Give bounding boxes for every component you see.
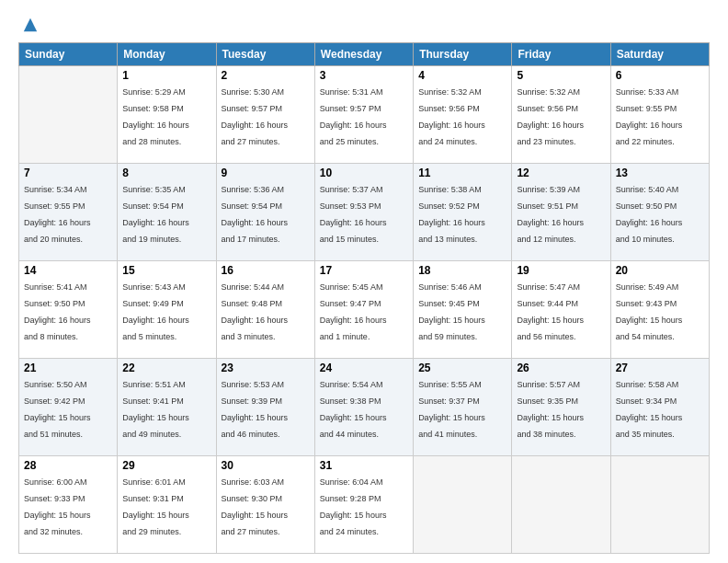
day-number: 19 xyxy=(517,264,605,277)
day-number: 14 xyxy=(24,264,112,277)
day-number: 11 xyxy=(418,167,506,179)
day-number: 27 xyxy=(616,362,704,374)
calendar-cell: 3Sunrise: 5:31 AM Sunset: 9:57 PM Daylig… xyxy=(314,66,413,164)
calendar-cell: 1Sunrise: 5:29 AM Sunset: 9:58 PM Daylig… xyxy=(118,66,216,164)
day-info: Sunrise: 5:32 AM Sunset: 9:56 PM Dayligh… xyxy=(418,87,485,146)
day-number: 21 xyxy=(24,362,112,374)
day-number: 24 xyxy=(320,362,408,374)
day-info: Sunrise: 5:43 AM Sunset: 9:49 PM Dayligh… xyxy=(122,282,189,341)
day-info: Sunrise: 5:34 AM Sunset: 9:55 PM Dayligh… xyxy=(24,185,91,244)
col-header-wednesday: Wednesday xyxy=(314,43,413,66)
day-info: Sunrise: 5:31 AM Sunset: 9:57 PM Dayligh… xyxy=(320,87,387,146)
day-number: 26 xyxy=(517,362,605,374)
day-number: 15 xyxy=(122,264,210,277)
day-info: Sunrise: 5:41 AM Sunset: 9:50 PM Dayligh… xyxy=(24,282,91,341)
day-info: Sunrise: 5:54 AM Sunset: 9:38 PM Dayligh… xyxy=(320,380,387,439)
calendar-cell: 24Sunrise: 5:54 AM Sunset: 9:38 PM Dayli… xyxy=(314,359,413,456)
calendar-cell xyxy=(610,456,709,554)
day-number: 5 xyxy=(517,69,605,82)
calendar-cell: 26Sunrise: 5:57 AM Sunset: 9:35 PM Dayli… xyxy=(512,359,610,456)
calendar-cell xyxy=(512,456,610,554)
day-info: Sunrise: 5:49 AM Sunset: 9:43 PM Dayligh… xyxy=(616,282,683,341)
calendar-cell: 28Sunrise: 6:00 AM Sunset: 9:33 PM Dayli… xyxy=(19,456,118,554)
col-header-saturday: Saturday xyxy=(610,43,709,66)
day-info: Sunrise: 5:29 AM Sunset: 9:58 PM Dayligh… xyxy=(122,87,189,146)
day-number: 18 xyxy=(418,264,506,277)
calendar-cell: 5Sunrise: 5:32 AM Sunset: 9:56 PM Daylig… xyxy=(512,66,610,164)
calendar-cell: 7Sunrise: 5:34 AM Sunset: 9:55 PM Daylig… xyxy=(19,164,118,261)
calendar-cell: 19Sunrise: 5:47 AM Sunset: 9:44 PM Dayli… xyxy=(512,261,610,359)
calendar-cell: 16Sunrise: 5:44 AM Sunset: 9:48 PM Dayli… xyxy=(216,261,314,359)
calendar-cell: 27Sunrise: 5:58 AM Sunset: 9:34 PM Dayli… xyxy=(610,359,709,456)
day-info: Sunrise: 5:39 AM Sunset: 9:51 PM Dayligh… xyxy=(517,185,584,244)
day-info: Sunrise: 5:35 AM Sunset: 9:54 PM Dayligh… xyxy=(122,185,189,244)
day-number: 4 xyxy=(418,69,506,82)
calendar-cell: 29Sunrise: 6:01 AM Sunset: 9:31 PM Dayli… xyxy=(118,456,216,554)
day-info: Sunrise: 5:33 AM Sunset: 9:55 PM Dayligh… xyxy=(616,87,683,146)
day-info: Sunrise: 5:38 AM Sunset: 9:52 PM Dayligh… xyxy=(418,185,485,244)
day-info: Sunrise: 6:04 AM Sunset: 9:28 PM Dayligh… xyxy=(320,477,387,536)
calendar-cell: 6Sunrise: 5:33 AM Sunset: 9:55 PM Daylig… xyxy=(610,66,709,164)
day-number: 16 xyxy=(222,264,310,277)
day-number: 8 xyxy=(122,167,210,179)
day-number: 7 xyxy=(24,167,112,179)
logo-icon xyxy=(22,17,39,33)
day-info: Sunrise: 5:47 AM Sunset: 9:44 PM Dayligh… xyxy=(517,282,584,341)
day-info: Sunrise: 5:53 AM Sunset: 9:39 PM Dayligh… xyxy=(222,380,289,439)
col-header-friday: Friday xyxy=(512,43,610,66)
calendar-cell: 4Sunrise: 5:32 AM Sunset: 9:56 PM Daylig… xyxy=(414,66,512,164)
day-number: 1 xyxy=(122,69,210,82)
calendar-cell: 21Sunrise: 5:50 AM Sunset: 9:42 PM Dayli… xyxy=(19,359,118,456)
calendar-cell: 13Sunrise: 5:40 AM Sunset: 9:50 PM Dayli… xyxy=(610,164,709,261)
day-number: 9 xyxy=(222,167,310,179)
day-number: 22 xyxy=(122,362,210,374)
calendar-cell: 20Sunrise: 5:49 AM Sunset: 9:43 PM Dayli… xyxy=(610,261,709,359)
day-number: 23 xyxy=(222,362,310,374)
calendar-cell xyxy=(414,456,512,554)
day-info: Sunrise: 5:45 AM Sunset: 9:47 PM Dayligh… xyxy=(320,282,387,341)
calendar-cell: 22Sunrise: 5:51 AM Sunset: 9:41 PM Dayli… xyxy=(118,359,216,456)
day-info: Sunrise: 5:40 AM Sunset: 9:50 PM Dayligh… xyxy=(616,185,683,244)
day-info: Sunrise: 5:50 AM Sunset: 9:42 PM Dayligh… xyxy=(24,380,91,439)
calendar-cell: 23Sunrise: 5:53 AM Sunset: 9:39 PM Dayli… xyxy=(216,359,314,456)
svg-marker-0 xyxy=(24,18,37,31)
day-number: 31 xyxy=(320,459,408,472)
header xyxy=(18,17,710,33)
day-info: Sunrise: 5:55 AM Sunset: 9:37 PM Dayligh… xyxy=(418,380,485,439)
day-info: Sunrise: 5:37 AM Sunset: 9:53 PM Dayligh… xyxy=(320,185,387,244)
col-header-monday: Monday xyxy=(118,43,216,66)
day-info: Sunrise: 5:51 AM Sunset: 9:41 PM Dayligh… xyxy=(122,380,189,439)
calendar-cell: 8Sunrise: 5:35 AM Sunset: 9:54 PM Daylig… xyxy=(118,164,216,261)
calendar-cell: 2Sunrise: 5:30 AM Sunset: 9:57 PM Daylig… xyxy=(216,66,314,164)
day-number: 3 xyxy=(320,69,408,82)
day-number: 2 xyxy=(222,69,310,82)
day-info: Sunrise: 5:58 AM Sunset: 9:34 PM Dayligh… xyxy=(616,380,683,439)
day-info: Sunrise: 5:46 AM Sunset: 9:45 PM Dayligh… xyxy=(418,282,485,341)
calendar-cell: 15Sunrise: 5:43 AM Sunset: 9:49 PM Dayli… xyxy=(118,261,216,359)
calendar-cell: 9Sunrise: 5:36 AM Sunset: 9:54 PM Daylig… xyxy=(216,164,314,261)
day-info: Sunrise: 5:30 AM Sunset: 9:57 PM Dayligh… xyxy=(222,87,289,146)
day-number: 29 xyxy=(122,459,210,472)
day-info: Sunrise: 5:44 AM Sunset: 9:48 PM Dayligh… xyxy=(222,282,289,341)
day-info: Sunrise: 5:57 AM Sunset: 9:35 PM Dayligh… xyxy=(517,380,584,439)
calendar-cell: 30Sunrise: 6:03 AM Sunset: 9:30 PM Dayli… xyxy=(216,456,314,554)
calendar-cell: 11Sunrise: 5:38 AM Sunset: 9:52 PM Dayli… xyxy=(414,164,512,261)
col-header-tuesday: Tuesday xyxy=(216,43,314,66)
calendar-cell: 14Sunrise: 5:41 AM Sunset: 9:50 PM Dayli… xyxy=(19,261,118,359)
calendar-cell: 10Sunrise: 5:37 AM Sunset: 9:53 PM Dayli… xyxy=(314,164,413,261)
day-number: 17 xyxy=(320,264,408,277)
day-number: 6 xyxy=(616,69,704,82)
col-header-thursday: Thursday xyxy=(414,43,512,66)
calendar-cell: 31Sunrise: 6:04 AM Sunset: 9:28 PM Dayli… xyxy=(314,456,413,554)
day-info: Sunrise: 5:32 AM Sunset: 9:56 PM Dayligh… xyxy=(517,87,584,146)
col-header-sunday: Sunday xyxy=(19,43,118,66)
calendar-cell: 25Sunrise: 5:55 AM Sunset: 9:37 PM Dayli… xyxy=(414,359,512,456)
day-number: 20 xyxy=(616,264,704,277)
day-number: 12 xyxy=(517,167,605,179)
calendar-cell: 18Sunrise: 5:46 AM Sunset: 9:45 PM Dayli… xyxy=(414,261,512,359)
day-info: Sunrise: 6:03 AM Sunset: 9:30 PM Dayligh… xyxy=(222,477,289,536)
calendar-cell xyxy=(19,66,118,164)
calendar-table: SundayMondayTuesdayWednesdayThursdayFrid… xyxy=(18,42,710,554)
calendar-cell: 17Sunrise: 5:45 AM Sunset: 9:47 PM Dayli… xyxy=(314,261,413,359)
day-number: 28 xyxy=(24,459,112,472)
